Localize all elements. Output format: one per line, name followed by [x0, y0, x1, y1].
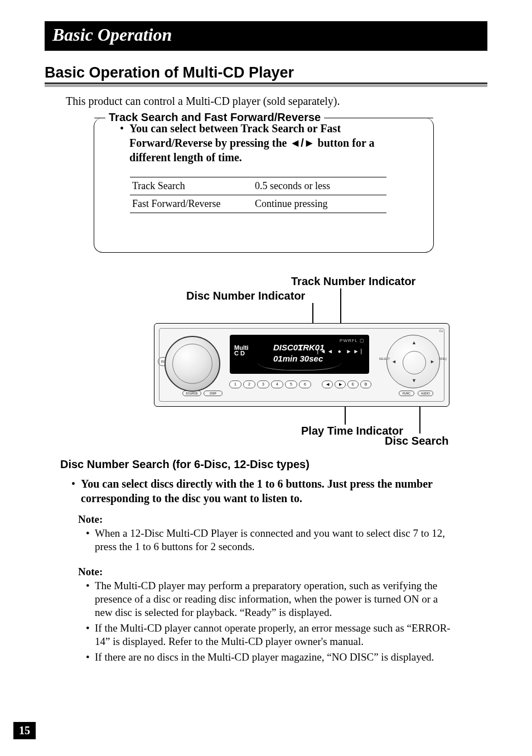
right-arrow-button-icon: ▶: [335, 381, 346, 388]
e-button: E: [347, 381, 359, 388]
head-unit-diagram: Track Number Indicator Disc Number Indic…: [112, 268, 468, 452]
section-heading: Basic Operation of Multi-CD Player: [45, 64, 487, 84]
head-unit-illustration: EQ Multi C D DISC01 TRK01 01min 30sec PW…: [154, 323, 449, 407]
note-item: The Multi-CD player may perform a prepar…: [86, 579, 454, 619]
preset-button-row: 1 2 3 4 5 6: [229, 381, 311, 388]
preset-button-1: 1: [229, 381, 241, 388]
table-row: Fast Forward/Reverse Continue pressing: [130, 195, 386, 213]
preset-button-2: 2: [243, 381, 255, 388]
table-cell-value: Continue pressing: [255, 198, 384, 210]
nav-button-row: ◀ ▶ E B: [322, 381, 371, 388]
b-button: B: [360, 381, 371, 388]
multi-controller-icon: ▲ ▼ ◄ ►: [386, 335, 440, 388]
bullet-icon: •: [120, 121, 124, 165]
preset-button-6: 6: [299, 381, 311, 388]
func-button: FUNC: [399, 391, 414, 396]
left-right-arrows-icon: ◄/►: [289, 137, 315, 149]
select-label: SELECT: [379, 357, 390, 360]
volume-dial-icon: [165, 336, 220, 392]
lcd-screen: Multi C D DISC01 TRK01 01min 30sec PWRFL…: [230, 335, 369, 374]
bullet-icon: •: [71, 476, 75, 505]
up-arrow-icon: ▲: [412, 340, 417, 345]
screen-cd-label: C D: [234, 350, 245, 357]
track-search-callout: Track Search and Fast Forward/Reverse • …: [94, 118, 434, 253]
sfeq-label: SFEQ: [439, 357, 447, 360]
left-arrow-button-icon: ◀: [322, 381, 333, 388]
screen-play-time: 01min 30sec: [273, 354, 323, 363]
disc-number-search-heading: Disc Number Search (for 6-Disc, 12-Disc …: [60, 458, 487, 471]
screen-transport-icons: |◄◄ ● ►►|: [317, 348, 364, 354]
label-track-number-indicator: Track Number Indicator: [291, 275, 415, 288]
table-row: Track Search 0.5 seconds or less: [130, 177, 386, 195]
preset-button-3: 3: [257, 381, 269, 388]
note-item: When a 12-Disc Multi-CD Player is connec…: [86, 527, 454, 553]
right-arrow-icon: ►: [430, 359, 435, 364]
preset-button-5: 5: [285, 381, 297, 388]
preset-button-4: 4: [271, 381, 283, 388]
callout-title: Track Search and Fast Forward/Reverse: [105, 111, 324, 124]
table-cell-label: Track Search: [132, 180, 255, 192]
chapter-title: Basic Operation: [45, 21, 487, 51]
label-disc-number-indicator: Disc Number Indicator: [186, 290, 305, 302]
table-cell-label: Fast Forward/Reverse: [132, 198, 255, 210]
intro-text: This product can control a Multi-CD play…: [66, 95, 487, 108]
press-duration-table: Track Search 0.5 seconds or less Fast Fo…: [130, 177, 386, 213]
disc-search-bullet-text: You can select discs directly with the 1…: [81, 476, 487, 505]
audio-button: AUDIO: [418, 391, 433, 396]
left-arrow-icon: ◄: [391, 359, 396, 364]
label-disc-search: Disc Search: [385, 435, 449, 447]
source-button: SOURCE: [182, 391, 201, 396]
cl-label: CL: [439, 329, 443, 333]
disp-button: DISP: [204, 391, 223, 396]
note-heading: Note:: [78, 566, 487, 578]
note-list: The Multi-CD player may perform a prepar…: [86, 579, 454, 664]
page-number: 15: [13, 722, 36, 739]
table-cell-value: 0.5 seconds or less: [255, 180, 384, 192]
screen-status-icons: PWRFL ▢: [340, 338, 365, 343]
note-item: If the Multi-CD player cannot operate pr…: [86, 622, 454, 648]
note-item: If there are no discs in the Multi-CD pl…: [86, 651, 454, 664]
down-arrow-icon: ▼: [412, 378, 417, 383]
note-heading: Note:: [78, 513, 487, 526]
note-list: When a 12-Disc Multi-CD Player is connec…: [86, 527, 454, 553]
